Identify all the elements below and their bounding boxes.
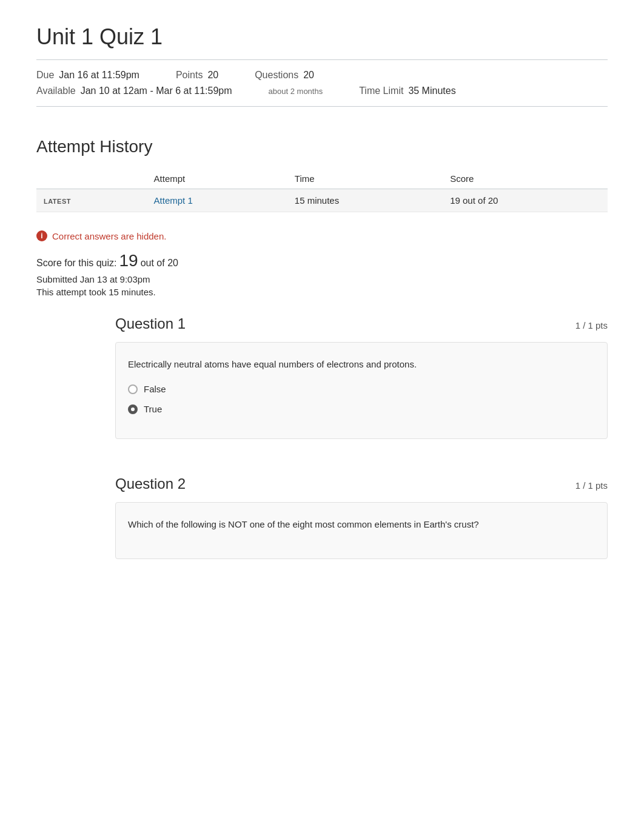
questions-value: 20	[303, 70, 314, 81]
attempt-history-table: Attempt Time Score LATEST Attempt 1 15 m…	[36, 169, 608, 212]
answer-false[interactable]: False	[128, 384, 595, 394]
question-1-pts: 1 / 1 pts	[575, 320, 608, 330]
question-1-block: Question 1 1 / 1 pts Electrically neutra…	[115, 315, 608, 439]
points-meta: Points 20	[176, 70, 218, 81]
attempt-score: 19 out of 20	[450, 195, 498, 206]
question-2-card: Which of the following is NOT one of the…	[115, 502, 608, 559]
question-1-card: Electrically neutral atoms have equal nu…	[115, 342, 608, 439]
question-2-title: Question 2	[115, 475, 186, 492]
table-header-row: Attempt Time Score	[36, 169, 608, 189]
col-score: Score	[443, 169, 608, 189]
attempt-duration: This attempt took 15 minutes.	[36, 287, 608, 297]
question-2-header: Question 2 1 / 1 pts	[115, 475, 608, 492]
page-title: Unit 1 Quiz 1	[36, 24, 608, 50]
due-meta: Due Jan 16 at 11:59pm	[36, 70, 139, 81]
available-label: Available	[36, 86, 76, 96]
questions-label: Questions	[255, 70, 298, 81]
score-label: Score for this quiz:	[36, 258, 117, 269]
points-value: 20	[207, 70, 218, 81]
answer-true-label: True	[144, 404, 162, 414]
meta-divider	[36, 59, 608, 60]
available-meta: Available Jan 10 at 12am - Mar 6 at 11:5…	[36, 86, 232, 96]
score-line: Score for this quiz: 19 out of 20	[36, 251, 608, 270]
correct-answers-text: Correct answers are hidden.	[52, 231, 166, 241]
info-icon: i	[36, 230, 47, 241]
correct-answers-notice: i Correct answers are hidden.	[36, 230, 608, 241]
radio-false[interactable]	[128, 384, 138, 394]
radio-true[interactable]	[128, 404, 138, 414]
due-value: Jan 16 at 11:59pm	[59, 70, 139, 81]
table-row: LATEST Attempt 1 15 minutes 19 out of 20	[36, 189, 608, 212]
attempt-time: 15 minutes	[295, 195, 339, 206]
score-number: 19	[119, 251, 138, 270]
time-limit-meta: Time Limit 35 Minutes	[359, 86, 455, 96]
question-2-text: Which of the following is NOT one of the…	[128, 517, 595, 532]
quiz-meta-row-2: Available Jan 10 at 12am - Mar 6 at 11:5…	[36, 86, 608, 96]
due-label: Due	[36, 70, 54, 81]
about-months-value: about 2 months	[269, 87, 323, 96]
attempt-time-cell: 15 minutes	[287, 189, 443, 212]
attempt-1-link[interactable]: Attempt 1	[154, 195, 193, 206]
answer-false-label: False	[144, 384, 166, 394]
time-limit-value: 35 Minutes	[408, 86, 455, 96]
attempt-link-cell[interactable]: Attempt 1	[147, 189, 287, 212]
col-time: Time	[287, 169, 443, 189]
question-1-text: Electrically neutral atoms have equal nu…	[128, 357, 595, 372]
quiz-meta-row-1: Due Jan 16 at 11:59pm Points 20 Question…	[36, 70, 608, 81]
question-2-pts: 1 / 1 pts	[575, 480, 608, 491]
question-1-header: Question 1 1 / 1 pts	[115, 315, 608, 332]
question-1-title: Question 1	[115, 315, 186, 332]
score-section: Score for this quiz: 19 out of 20 Submit…	[36, 251, 608, 297]
submitted-text: Submitted Jan 13 at 9:03pm	[36, 274, 608, 284]
col-badge	[36, 169, 147, 189]
attempt-history-title: Attempt History	[36, 137, 608, 156]
score-total: out of 20	[141, 258, 178, 269]
answer-true[interactable]: True	[128, 404, 595, 414]
question-2-block: Question 2 1 / 1 pts Which of the follow…	[115, 475, 608, 559]
attempt-score-cell: 19 out of 20	[443, 189, 608, 212]
latest-badge-cell: LATEST	[36, 189, 147, 212]
about-months-meta: about 2 months	[269, 87, 323, 96]
latest-badge: LATEST	[44, 198, 71, 205]
available-value: Jan 10 at 12am - Mar 6 at 11:59pm	[81, 86, 232, 96]
time-limit-label: Time Limit	[359, 86, 403, 96]
col-attempt: Attempt	[147, 169, 287, 189]
quiz-meta-container: Due Jan 16 at 11:59pm Points 20 Question…	[36, 70, 608, 107]
points-label: Points	[176, 70, 203, 81]
questions-meta: Questions 20	[255, 70, 314, 81]
